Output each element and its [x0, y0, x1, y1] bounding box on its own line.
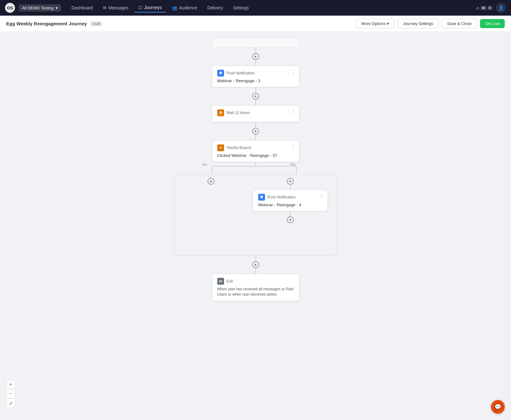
node-menu-button[interactable]: ⋮: [291, 69, 296, 75]
nav-delivery-label: Delivery: [207, 5, 223, 10]
save-close-button[interactable]: Save & Close: [442, 19, 477, 28]
app-selector-label: All DEMO Testing: [22, 6, 54, 10]
kbd-cmd: ⌘: [481, 6, 486, 10]
push-icon: [217, 70, 224, 77]
yes-branch-add-button[interactable]: +: [287, 178, 294, 185]
add-button-3[interactable]: +: [252, 128, 259, 135]
wait-node: Wait 12 Hours ⋮: [212, 105, 299, 122]
flow-column: + Push Notification Webinar - Reengage -: [174, 32, 337, 420]
more-options-label: More Options: [361, 21, 386, 26]
branch-menu-button[interactable]: ⋮: [291, 144, 296, 150]
nav-settings[interactable]: Settings: [229, 3, 253, 12]
branch-icon: [217, 144, 224, 151]
yes-branch-add-button-2[interactable]: +: [287, 216, 294, 223]
draft-badge: Draft: [90, 21, 103, 26]
sub-header: Egg Weekly Reengagement Journey Draft Mo…: [0, 16, 511, 32]
exit-content: When user has received all messages or P…: [217, 287, 294, 297]
nav-messages-label: Messages: [108, 5, 128, 10]
branch-split-area: No Yes + +: [174, 162, 337, 256]
more-options-button[interactable]: More Options ▾: [356, 19, 394, 28]
journey-settings-button[interactable]: Journey Settings: [398, 19, 438, 28]
yes-connector-line-2: [290, 211, 291, 216]
top-navigation: OS All DEMO Testing ▾ Dashboard ✉ Messag…: [0, 0, 511, 16]
yes-no-branch-node: Yes/No Branch Clicked Webinar - Reengage…: [212, 140, 299, 162]
wait-type-label: Wait 12 Hours: [227, 111, 250, 115]
search-icon: ⌕: [476, 5, 479, 11]
line-v: [255, 135, 256, 140]
chevron-down-icon: ▾: [56, 6, 58, 10]
push4-type-label: Push Notification: [268, 195, 296, 199]
push4-menu-button[interactable]: ⋮: [319, 193, 324, 199]
svg-rect-16: [261, 198, 262, 198]
push4-icon: [258, 194, 265, 201]
chat-icon: 💬: [494, 403, 501, 410]
journey-title: Egg Weekly Reengagement Journey: [6, 21, 87, 26]
user-icon: 👤: [498, 5, 504, 10]
exit-type-label: Exit: [227, 279, 233, 283]
connector-1: +: [252, 48, 259, 66]
line-v: [255, 60, 256, 66]
svg-text:No: No: [203, 162, 207, 166]
set-live-button[interactable]: Set Live: [480, 19, 505, 28]
connector-3: +: [252, 122, 259, 140]
fit-screen-button[interactable]: ⤢: [6, 399, 15, 408]
connector-4: +: [252, 256, 259, 274]
line-v: [255, 268, 256, 274]
logo-circle: OS: [5, 3, 15, 13]
logo[interactable]: OS: [5, 3, 15, 13]
nav-right-actions: ⌕ ⌘ K 👤: [476, 3, 506, 13]
svg-line-5: [221, 113, 221, 113]
no-branch-add-button[interactable]: +: [208, 178, 214, 185]
node-content: Webinar - Reengage - 3: [217, 78, 294, 83]
kbd-k: K: [488, 6, 492, 10]
line-v: [255, 256, 256, 261]
add-button-2[interactable]: +: [252, 93, 259, 100]
journeys-icon: ⬡: [138, 5, 142, 10]
push-notification-4-node: Push Notification Webinar - Reengage - 4…: [253, 190, 328, 211]
truncated-top-node: [212, 38, 299, 48]
push4-content: Webinar - Reengage - 4: [258, 202, 323, 207]
exit-node: Exit When user has received all messages…: [212, 274, 299, 301]
yes-branch-area: +: [253, 178, 328, 223]
nav-messages[interactable]: ✉ Messages: [98, 3, 133, 12]
zoom-in-button[interactable]: +: [6, 380, 15, 389]
line-v: [255, 100, 256, 105]
svg-rect-1: [220, 74, 221, 74]
nav-dashboard[interactable]: Dashboard: [67, 3, 98, 12]
push4-header: Push Notification: [258, 194, 323, 201]
nav-audience[interactable]: 👥 Audience: [168, 3, 202, 12]
search-area[interactable]: ⌕ ⌘ K: [476, 5, 492, 11]
wait-menu-button[interactable]: ⋮: [291, 109, 296, 115]
zoom-out-button[interactable]: −: [6, 389, 15, 398]
branch-header: Yes/No Branch: [217, 144, 294, 151]
line-v: [255, 87, 256, 93]
add-button-4[interactable]: +: [252, 261, 259, 268]
nav-audience-label: Audience: [179, 5, 197, 10]
zoom-controls: + − ⤢: [6, 380, 15, 408]
message-icon: ✉: [103, 5, 107, 10]
node-type-label: Push Notification: [227, 71, 255, 75]
wait-icon: [217, 109, 224, 116]
sub-header-left: Egg Weekly Reengagement Journey Draft: [6, 21, 103, 26]
branch-box: + +: [174, 174, 337, 256]
user-avatar[interactable]: 👤: [496, 3, 506, 13]
nav-delivery[interactable]: Delivery: [203, 3, 228, 12]
chat-button[interactable]: 💬: [491, 400, 505, 414]
app-selector[interactable]: All DEMO Testing ▾: [19, 4, 61, 12]
branch-lines-svg: No Yes: [174, 162, 337, 174]
nav-journeys-label: Journeys: [144, 5, 162, 10]
node-header: Push Notification: [217, 70, 294, 77]
push-notification-3-node: Push Notification Webinar - Reengage - 3…: [212, 66, 299, 87]
add-button-1[interactable]: +: [252, 53, 259, 60]
yes-connector-line: [290, 185, 291, 190]
exit-icon: [217, 278, 224, 285]
nav-links: Dashboard ✉ Messages ⬡ Journeys 👥 Audien…: [67, 3, 477, 12]
line-v: [255, 122, 256, 128]
nav-journeys[interactable]: ⬡ Journeys: [134, 3, 166, 12]
exit-header: Exit: [217, 278, 294, 285]
line-v: [255, 48, 256, 53]
nav-dashboard-label: Dashboard: [72, 5, 93, 10]
more-options-arrow-icon: ▾: [387, 21, 389, 26]
connector-2: +: [252, 87, 259, 105]
wait-header: Wait 12 Hours: [217, 109, 294, 116]
